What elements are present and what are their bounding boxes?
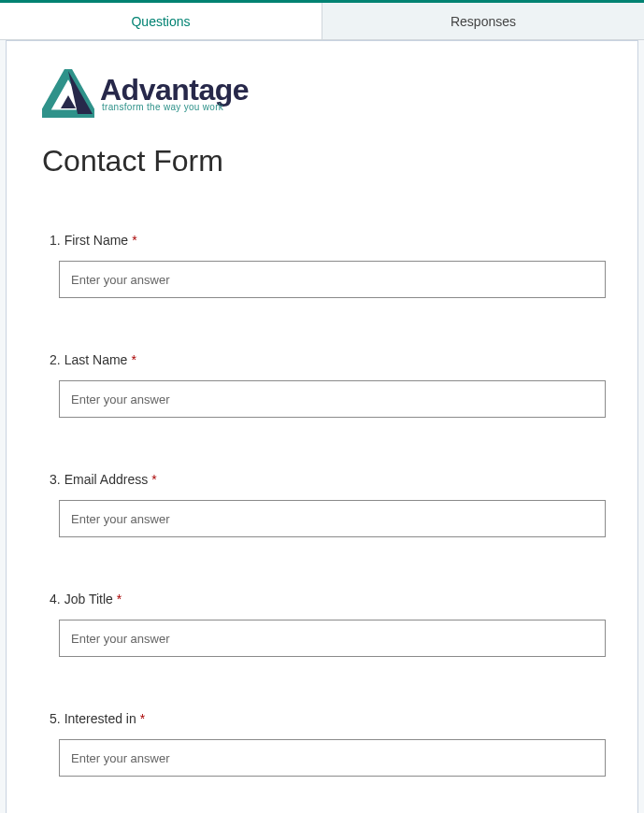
question-number: 1. [50, 233, 61, 248]
required-mark: * [117, 592, 122, 606]
question: 1. First Name * [50, 233, 602, 298]
interested-in-input[interactable] [59, 739, 606, 777]
form-builder-container: Questions Responses Advantage transform … [0, 0, 644, 813]
svg-marker-2 [61, 95, 76, 108]
question-text: Job Title [64, 592, 113, 606]
questions-list: 1. First Name * 2. Last Name * 3. Email … [42, 233, 602, 777]
question-text: Last Name [64, 352, 128, 367]
logo-tagline: transform the way you work [100, 103, 249, 112]
required-mark: * [151, 472, 156, 487]
question-label: 5. Interested in * [50, 711, 602, 726]
form-panel: Advantage transform the way you work Con… [6, 40, 638, 813]
tab-responses[interactable]: Responses [322, 3, 644, 39]
question-label: 2. Last Name * [50, 352, 602, 367]
question-label: 3. Email Address * [50, 472, 602, 487]
question-number: 4. [50, 592, 61, 606]
job-title-input[interactable] [59, 620, 606, 657]
question-number: 5. [50, 711, 61, 726]
question-number: 3. [50, 472, 61, 487]
question-text: Email Address [64, 472, 148, 487]
email-address-input[interactable] [59, 500, 606, 537]
question: 5. Interested in * [50, 711, 602, 777]
question-label: 4. Job Title * [50, 592, 602, 606]
required-mark: * [132, 233, 136, 248]
question: 3. Email Address * [50, 472, 602, 537]
required-mark: * [131, 352, 136, 367]
form-title: Contact Form [42, 144, 602, 178]
tabs-bar: Questions Responses [0, 0, 644, 40]
first-name-input[interactable] [59, 261, 606, 298]
logo-text: Advantage transform the way you work [100, 75, 249, 112]
logo: Advantage transform the way you work [42, 69, 602, 118]
logo-icon [42, 69, 94, 118]
question: 2. Last Name * [50, 352, 602, 418]
logo-word: Advantage [100, 75, 249, 105]
question-text: Interested in [64, 711, 136, 726]
last-name-input[interactable] [59, 380, 606, 418]
question-text: First Name [64, 233, 128, 248]
required-mark: * [140, 711, 145, 726]
question: 4. Job Title * [50, 592, 602, 657]
tab-questions[interactable]: Questions [0, 3, 322, 39]
question-number: 2. [50, 352, 61, 367]
question-label: 1. First Name * [50, 233, 602, 248]
